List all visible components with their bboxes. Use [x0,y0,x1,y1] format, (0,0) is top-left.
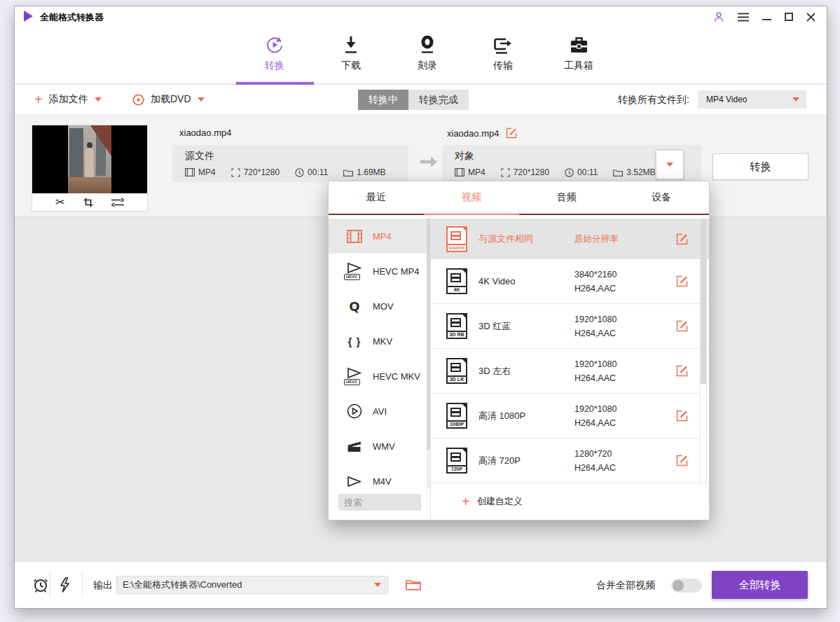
add-files-label: 添加文件 [49,93,88,106]
download-icon [343,35,359,55]
tab-finished[interactable]: 转换完成 [408,90,469,110]
tab-burn[interactable]: 刻录 [396,35,459,72]
convert-icon [265,35,284,55]
format-item-m4v[interactable]: M4V [329,464,430,488]
preset-name: 4K Video [478,276,574,286]
format-label: WMV [373,441,395,452]
source-box-title: 源文件 [185,150,214,163]
maximize-icon[interactable] [785,13,793,21]
title-bar: 全能格式转换器 [15,6,827,26]
add-files-button[interactable]: + 添加文件 [34,85,102,114]
output-path-input[interactable] [116,576,388,594]
plus-icon: + [34,93,43,106]
load-dvd-button[interactable]: 加载DVD [132,85,205,114]
open-folder-icon[interactable] [406,579,421,590]
active-tab-underline [236,82,314,85]
format-label: M4V [373,476,392,487]
target-format-dropdown-button[interactable] [656,150,684,179]
chevron-down-icon[interactable] [374,583,381,587]
panel-tab-audio[interactable]: 音频 [519,181,614,214]
tab-download[interactable]: 下载 [319,35,383,72]
preset-row-1080p[interactable]: 1080P 高清 1080P 1920*1080 H264,AAC [431,394,709,438]
hevc-play-icon: HEVC [344,367,365,385]
target-format: MP4 [455,167,486,177]
convert-button[interactable]: 转换 [712,153,808,180]
format-panel: 最近 视频 音频 设备 MP4 [328,181,710,520]
format-label: MKV [373,336,392,347]
flow-arrow-icon [420,156,438,168]
format-label: AVI [373,406,387,417]
matroska-icon: { } [344,336,365,347]
source-size: 1.69MB [343,167,385,177]
chevron-down-icon [198,97,205,102]
preset-row-3d-rb[interactable]: 3D RB 3D 红蓝 1920*1080 H264,AAC [431,304,709,349]
format-item-wmv[interactable]: WMV [329,429,430,464]
format-item-avi[interactable]: AVI [329,394,430,429]
target-duration: 00:11 [565,167,598,177]
account-icon[interactable] [713,11,724,22]
preset-edit-icon[interactable] [676,455,688,466]
panel-tab-device[interactable]: 设备 [614,181,709,214]
tab-transfer-label: 传输 [493,60,513,72]
trim-icon[interactable]: ✂ [55,197,64,208]
panel-tab-video[interactable]: 视频 [424,181,519,214]
preset-edit-icon[interactable] [676,410,688,422]
preset-row-720p[interactable]: 720P 高清 720P 1280*720 H264,AAC [431,438,709,483]
effects-adjust-icon[interactable] [111,198,124,207]
preset-row-4k[interactable]: 4K 4K Video 3840*2160 H264,AAC [431,259,709,304]
menu-icon[interactable] [738,13,749,22]
preset-edit-icon[interactable] [676,320,688,332]
resolution-icon [501,168,510,177]
format-panel-tabs: 最近 视频 音频 设备 [329,181,709,215]
global-format-select[interactable]: MP4 Video [698,90,806,109]
minimize-icon[interactable] [762,13,771,20]
video-thumbnail [32,125,147,194]
resolution-icon [231,168,240,177]
create-custom-button[interactable]: + 创建自定义 [431,483,709,520]
tab-convert[interactable]: 转换 [243,35,306,72]
format-item-mov[interactable]: Q MOV [329,289,430,324]
preset-edit-icon[interactable] [676,275,688,287]
play-circle-icon [344,403,365,419]
format-item-hevc-mp4[interactable]: HEVC HEVC MP4 [329,254,430,289]
main-nav: 转换 下载 刻录 [15,26,827,85]
clock-icon [295,168,304,177]
format-item-hevc-mkv[interactable]: HEVC HEVC MKV [329,359,430,394]
dvd-disc-icon [132,94,144,106]
app-logo-icon [24,11,33,22]
burn-disc-icon [419,35,436,55]
preset-specs: 1920*1080 H264,AAC [574,312,667,340]
scrollbar-thumb[interactable] [701,219,706,384]
preset-specs: 1920*1080 H264,AAC [574,357,667,385]
preset-edit-icon[interactable] [676,233,688,245]
output-label: 输出 [93,579,113,592]
format-label: MOV [373,301,394,312]
clock-icon [565,168,574,177]
preset-name: 与源文件相同 [478,233,574,245]
format-item-mp4[interactable]: MP4 [329,219,430,254]
scrollbar-thumb[interactable] [427,219,430,450]
target-stats: MP4 720*1280 00:11 [455,167,671,177]
panel-tab-recent[interactable]: 最近 [329,181,424,214]
merge-videos-toggle[interactable] [671,579,702,593]
format-item-mkv[interactable]: { } MKV [329,324,430,359]
create-custom-label: 创建自定义 [477,495,523,508]
format-search-input[interactable] [338,494,421,511]
tab-download-label: 下载 [341,60,361,72]
convert-all-button[interactable]: 全部转换 [712,571,808,599]
preset-name: 3D 左右 [478,365,574,378]
crop-icon[interactable] [83,198,93,207]
schedule-timer-icon[interactable] [32,576,49,593]
rename-edit-icon[interactable] [506,127,517,139]
preset-specs: 1920*1080 H264,AAC [574,402,667,430]
tab-transfer[interactable]: 传输 [471,35,535,72]
close-icon[interactable] [806,13,815,22]
gpu-accel-icon[interactable] [59,577,70,593]
tab-converting[interactable]: 转换中 [358,90,408,110]
preset-row-3d-lr[interactable]: 3D LR 3D 左右 1920*1080 H264,AAC [431,349,709,394]
tab-toolbox[interactable]: 工具箱 [547,35,610,72]
preset-row-source[interactable]: source 与源文件相同 原始分辨率 [431,219,709,259]
preset-icon: 1080P [446,403,467,429]
preset-edit-icon[interactable] [676,365,688,377]
folder-icon [343,169,353,177]
